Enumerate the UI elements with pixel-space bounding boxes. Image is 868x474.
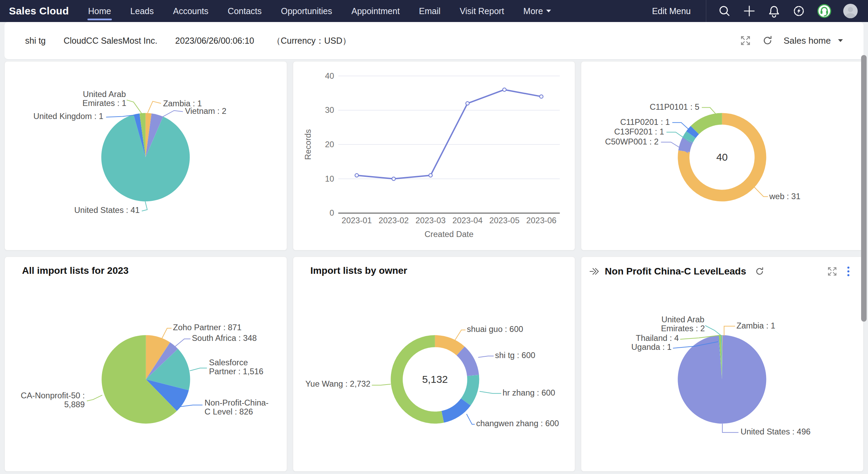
card-header: Non Profit China-C LevelLeads <box>581 265 863 278</box>
add-icon[interactable] <box>743 4 756 18</box>
view-selector[interactable]: Sales home <box>784 35 843 46</box>
label-leader-line <box>148 101 161 113</box>
x-tick-label: 2023-05 <box>489 216 519 225</box>
line-series <box>357 90 541 179</box>
nav-item-label: Opportunities <box>281 6 332 16</box>
label-leader-line <box>87 395 102 401</box>
dashboard-grid: United ArabEmirates : 1Zambia : 1Vietnam… <box>4 61 864 472</box>
nav-item-more[interactable]: More <box>514 0 561 22</box>
chevron-down-icon <box>546 10 551 12</box>
donut-center-value: 5,132 <box>422 374 448 385</box>
slice-label: Salesforce <box>209 358 248 367</box>
slice-label: changwen zhang : 600 <box>476 419 559 428</box>
nav-item-label: Contacts <box>228 6 262 16</box>
y-axis-title: Records <box>303 129 313 160</box>
currency-note: （Currency：USD） <box>272 35 351 46</box>
slice-label: C11P0201 : 1 <box>620 117 670 127</box>
nav-item-opportunities[interactable]: Opportunities <box>271 0 342 22</box>
kebab-menu-icon[interactable] <box>845 265 851 278</box>
nav-item-home[interactable]: Home <box>78 0 121 22</box>
label-leader-line <box>478 356 494 357</box>
import-by-owner-donut-chart: 5,132shuai guo : 600shi tg : 600hr zhang… <box>293 257 575 471</box>
label-leader-line <box>479 391 501 394</box>
label-leader-line <box>724 326 735 336</box>
data-point[interactable] <box>540 95 543 98</box>
card-header: Import lists by owner <box>293 265 575 276</box>
y-tick-label: 10 <box>325 174 334 183</box>
nav-item-label: More <box>523 6 543 16</box>
drill-arrow-icon[interactable] <box>589 266 601 277</box>
x-tick-label: 2023-06 <box>526 216 557 225</box>
label-leader-line <box>127 100 142 114</box>
edit-menu-button[interactable]: Edit Menu <box>652 6 691 16</box>
y-tick-label: 40 <box>325 71 334 80</box>
slice-label: Non-Profit-China- <box>204 398 268 407</box>
avatar[interactable] <box>843 4 858 18</box>
vertical-scrollbar[interactable] <box>861 55 867 322</box>
slice-label: hr zhang : 600 <box>502 388 555 397</box>
nav-divider <box>706 0 706 22</box>
donut-center-value: 40 <box>717 151 728 163</box>
notifications-icon[interactable] <box>768 4 781 18</box>
settings-icon[interactable] <box>792 4 805 18</box>
slice-label: Emirates : 2 <box>661 324 705 333</box>
nav-item-appointment[interactable]: Appointment <box>342 0 409 22</box>
slice-label: United Kingdom : 1 <box>33 111 103 121</box>
nav-item-label: Leads <box>130 6 154 16</box>
data-point[interactable] <box>355 174 358 177</box>
slice-label: Vietnam : 2 <box>185 106 226 116</box>
data-point[interactable] <box>502 88 506 91</box>
nav-item-leads[interactable]: Leads <box>121 0 163 22</box>
expand-icon[interactable] <box>740 35 751 46</box>
x-tick-label: 2023-01 <box>341 216 372 225</box>
nav-item-label: Accounts <box>173 6 209 16</box>
x-tick-label: 2023-02 <box>379 216 409 225</box>
nav-item-label: Email <box>419 6 441 16</box>
label-leader-line <box>705 325 721 335</box>
company-name: CloudCC SalesMost Inc. <box>64 36 157 46</box>
slice-label: Yue Wang : 2,732 <box>305 379 370 388</box>
slice-label: Thailand : 4 <box>636 333 679 343</box>
card-title: All import lists for 2023 <box>22 265 129 276</box>
label-leader-line <box>753 186 768 197</box>
slice-label: C Level : 826 <box>204 407 253 416</box>
nav-item-visit-report[interactable]: Visit Report <box>450 0 514 22</box>
slice-label: United States : 496 <box>741 427 811 436</box>
nav-item-contacts[interactable]: Contacts <box>218 0 272 22</box>
refresh-icon[interactable] <box>754 266 765 277</box>
top-nav-bar: Sales Cloud Home Leads Accounts Contacts… <box>0 0 868 22</box>
card-title: Non Profit China-C LevelLeads <box>605 266 746 277</box>
slice-label: C13F0201 : 1 <box>614 127 664 136</box>
subheader-actions: Sales home <box>740 35 843 46</box>
slice-label: shuai guo : 600 <box>467 324 523 334</box>
y-tick-label: 30 <box>325 105 334 115</box>
nav-right-group: Edit Menu <box>652 0 868 22</box>
data-point[interactable] <box>429 174 432 177</box>
chevron-down-icon <box>838 39 843 42</box>
import-lists-pie-chart: Zoho Partner : 871South Africa : 348Sale… <box>5 257 287 471</box>
slice-label: United States : 41 <box>74 205 140 215</box>
nav-item-email[interactable]: Email <box>409 0 450 22</box>
nav-item-label: Visit Report <box>460 6 504 16</box>
slice-label: United Arab <box>661 315 705 324</box>
slice-label: Uganda : 1 <box>632 342 672 352</box>
slice-label: South Africa : 348 <box>192 333 257 343</box>
card-leads-by-country: United ArabEmirates : 1Zambia : 1Vietnam… <box>4 61 287 250</box>
slice-label: shi tg : 600 <box>495 351 535 360</box>
card-nonprofit-leads: Non Profit China-C LevelLeads United Ara… <box>581 257 864 472</box>
data-point[interactable] <box>466 102 469 105</box>
slice-label: Partner : 1,516 <box>209 367 263 376</box>
slice-label: United Arab <box>83 89 126 99</box>
nonprofit-leads-pie-chart: United ArabEmirates : 2Zambia : 1Thailan… <box>581 257 863 471</box>
slice-label: CA-Nonprofit-50 : <box>21 391 85 400</box>
support-icon[interactable] <box>817 4 832 18</box>
nav-item-label: Home <box>88 6 111 16</box>
nav-item-accounts[interactable]: Accounts <box>163 0 218 22</box>
refresh-icon[interactable] <box>762 35 773 46</box>
search-icon[interactable] <box>718 4 731 18</box>
data-point[interactable] <box>392 177 395 181</box>
card-import-lists-by-owner: Import lists by owner 5,132shuai guo : 6… <box>293 257 575 472</box>
slice-label: C11P0101 : 5 <box>650 102 699 111</box>
expand-icon[interactable] <box>827 266 838 277</box>
leads-by-source-donut-chart: 40C11P0101 : 5C11P0201 : 1C13F0201 : 1C5… <box>581 62 863 250</box>
